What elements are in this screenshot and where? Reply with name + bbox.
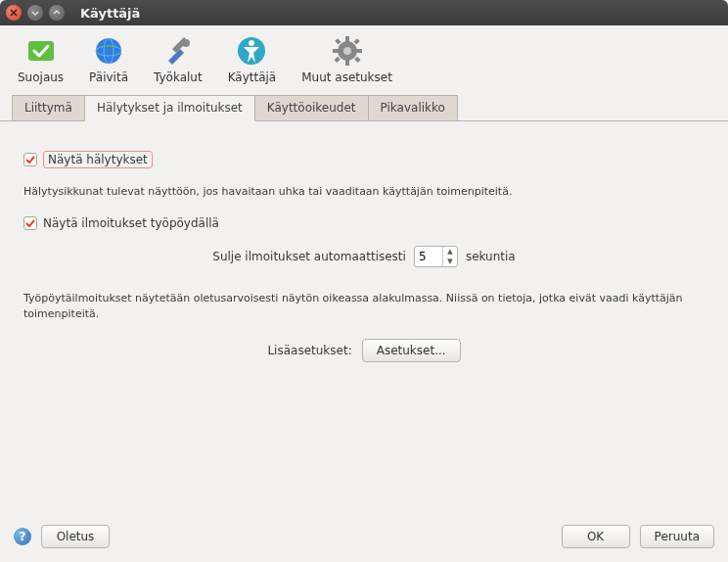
advanced-row: Lisäasetukset: Asetukset... [23,339,705,362]
svg-rect-0 [28,41,54,61]
cancel-button[interactable]: Peruuta [640,525,714,548]
toolbar-tools[interactable]: Työkalut [154,35,203,84]
show-desktop-checkbox[interactable] [23,216,37,230]
svg-rect-12 [356,49,362,53]
advanced-label: Lisäasetukset: [267,344,351,357]
toolbar: Suojaus Päivitä Työkalut Käyttäjä Muut a… [0,25,728,92]
svg-rect-9 [345,36,349,42]
svg-rect-14 [354,57,360,63]
minimize-icon[interactable] [27,5,43,21]
alerts-description: Hälytysikkunat tulevat näyttöön, jos hav… [23,184,705,199]
show-alerts-label: Näytä hälytykset [43,151,153,168]
tab-alerts[interactable]: Hälytykset ja ilmoitukset [84,95,255,121]
toolbar-user-label: Käyttäjä [228,70,277,84]
auto-close-label: Sulje ilmoitukset automaattisesti [212,250,406,263]
tab-content: Näytä hälytykset Hälytysikkunat tulevat … [0,121,728,515]
spinner-arrows: ▲ ▼ [442,247,457,266]
footer: ? Oletus OK Peruuta [0,515,728,562]
toolbar-update[interactable]: Päivitä [89,35,128,84]
tab-quickmenu[interactable]: Pikavalikko [368,95,458,120]
titlebar: Käyttäjä [0,0,728,25]
svg-point-6 [249,40,254,46]
window: Käyttäjä Suojaus Päivitä Työkalut Käyttä… [0,0,728,562]
gear-icon [332,35,363,67]
seconds-input[interactable] [415,250,442,263]
toolbar-protect[interactable]: Suojaus [18,35,64,84]
show-alerts-row: Näytä hälytykset [23,151,705,168]
default-button[interactable]: Oletus [41,525,110,548]
tools-icon [162,35,194,67]
toolbar-other-label: Muut asetukset [301,70,392,84]
show-desktop-label: Näytä ilmoitukset työpöydällä [43,216,219,230]
tab-rights[interactable]: Käyttöoikeudet [254,95,369,120]
svg-point-4 [182,39,190,47]
toolbar-user[interactable]: Käyttäjä [228,35,277,84]
shield-check-icon [25,35,57,67]
spinner-up-icon[interactable]: ▲ [443,247,457,257]
toolbar-update-label: Päivitä [89,70,128,84]
ok-button[interactable]: OK [562,525,630,548]
show-alerts-checkbox[interactable] [23,153,37,166]
settings-button[interactable]: Asetukset... [362,339,461,362]
svg-point-1 [96,38,121,64]
accessibility-icon [236,35,267,67]
globe-icon [93,35,124,67]
seconds-spinner[interactable]: ▲ ▼ [414,246,458,267]
seconds-label: sekuntia [466,250,516,263]
svg-rect-10 [345,60,349,66]
help-icon[interactable]: ? [14,528,31,545]
tab-interface[interactable]: Liittymä [12,95,85,120]
svg-point-8 [343,47,351,55]
desktop-description: Työpöytäilmoitukset näytetään oletusarvo… [23,291,705,321]
toolbar-other[interactable]: Muut asetukset [301,35,392,84]
svg-rect-16 [334,57,340,63]
svg-rect-13 [335,38,341,44]
window-title: Käyttäjä [80,6,140,21]
close-icon[interactable] [6,5,22,21]
svg-rect-15 [353,38,359,44]
maximize-icon[interactable] [49,5,65,21]
show-desktop-row: Näytä ilmoitukset työpöydällä [23,216,705,230]
window-buttons [6,5,65,21]
spinner-down-icon[interactable]: ▼ [443,257,457,266]
tabbar: Liittymä Hälytykset ja ilmoitukset Käytt… [0,92,728,121]
toolbar-tools-label: Työkalut [154,70,203,84]
auto-close-row: Sulje ilmoitukset automaattisesti ▲ ▼ se… [23,246,705,267]
svg-rect-11 [333,49,339,53]
toolbar-protect-label: Suojaus [18,70,64,84]
